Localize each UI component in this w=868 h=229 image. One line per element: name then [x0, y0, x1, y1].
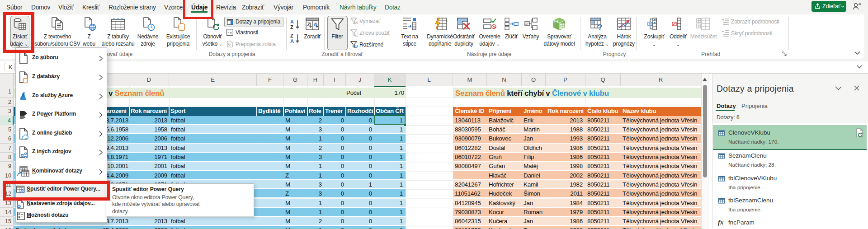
svg-text:i: i	[554, 19, 555, 23]
svg-text:Z: Z	[290, 33, 293, 38]
svg-text:A: A	[290, 38, 294, 44]
svg-text:A: A	[314, 22, 317, 27]
svg-text:Z: Z	[290, 24, 293, 30]
svg-text:A: A	[290, 19, 294, 24]
svg-text:?: ?	[598, 23, 602, 30]
